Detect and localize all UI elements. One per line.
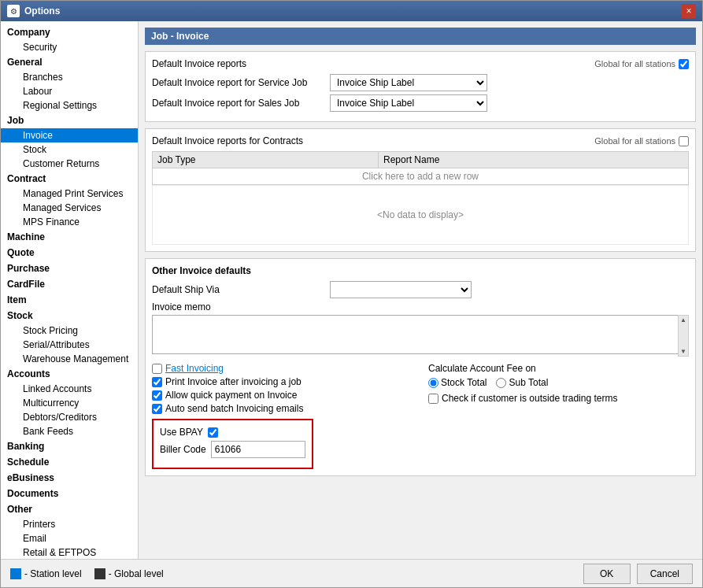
scroll-up-arrow[interactable]: ▲: [679, 316, 688, 324]
sidebar-group-label-other[interactable]: Other: [1, 501, 138, 517]
cancel-button[interactable]: Cancel: [637, 564, 693, 584]
no-data-display: <No data to display>: [152, 185, 689, 245]
global-all-stations-checkbox[interactable]: [679, 59, 689, 69]
sidebar-item-retail[interactable]: Retail & EFTPOS: [1, 545, 138, 559]
sidebar-item-invoice[interactable]: Invoice: [1, 128, 138, 142]
radio-sub-total-label: Sub Total: [509, 377, 548, 388]
sidebar-item-stock-pricing[interactable]: Stock Pricing: [1, 324, 138, 338]
sidebar-group-label-machine[interactable]: Machine: [1, 229, 138, 245]
sidebar-item-stock[interactable]: Stock: [1, 142, 138, 157]
sidebar-group-label-stock2[interactable]: Stock: [1, 308, 138, 324]
service-job-label: Default Invoice report for Service Job: [152, 77, 325, 88]
check-outside-checkbox[interactable]: [428, 394, 438, 404]
sidebar-item-managed-services[interactable]: Managed Services: [1, 201, 138, 215]
memo-scrollbar: ▲ ▼: [678, 315, 689, 357]
print-after-checkbox[interactable]: [152, 377, 162, 387]
sidebar-group-label-ebusiness[interactable]: eBusiness: [1, 470, 138, 486]
fast-invoicing-row: Fast Invoicing: [152, 363, 413, 374]
add-row-prompt[interactable]: Click here to add a new row: [153, 168, 689, 185]
sidebar-group-label-quote[interactable]: Quote: [1, 245, 138, 261]
sidebar-item-email[interactable]: Email: [1, 531, 138, 545]
service-job-select[interactable]: Invoice Ship Label Invoice Ship: [330, 74, 487, 91]
sidebar-group-other: Other Printers Email Retail & EFTPOS: [1, 501, 138, 559]
sales-job-select[interactable]: Invoice Ship Label Invoice Ship: [330, 94, 487, 112]
sidebar-item-managed-print[interactable]: Managed Print Services: [1, 187, 138, 201]
sidebar-group-quote: Quote: [1, 245, 138, 261]
sidebar-group-schedule: Schedule: [1, 454, 138, 470]
sidebar-group-label-accounts[interactable]: Accounts: [1, 366, 138, 382]
sidebar-group-ebusiness: eBusiness: [1, 470, 138, 486]
sidebar-item-debtors[interactable]: Debtors/Creditors: [1, 410, 138, 424]
sidebar-item-branches[interactable]: Branches: [1, 70, 138, 84]
sidebar-group-accounts: Accounts Linked Accounts Multicurrency D…: [1, 366, 138, 438]
sidebar-item-security[interactable]: Security: [1, 40, 138, 54]
sidebar-group-label-cardfile[interactable]: CardFile: [1, 276, 138, 292]
sidebar-group-company: Company Security: [1, 24, 138, 54]
sidebar-group-label-company[interactable]: Company: [1, 24, 138, 40]
station-legend-label: - Station level: [24, 568, 82, 579]
ship-via-row: Default Ship Via: [152, 281, 689, 298]
other-defaults-title: Other Invoice defaults: [152, 265, 689, 276]
station-legend: - Station level: [10, 568, 82, 579]
sidebar-group-label-item[interactable]: Item: [1, 292, 138, 308]
click-to-add-text[interactable]: Click here to add a new row: [153, 168, 689, 185]
global-all-stations-label: Global for all stations: [594, 59, 675, 68]
radio-sub-total: Sub Total: [496, 377, 548, 388]
sidebar-item-mps-finance[interactable]: MPS Finance: [1, 215, 138, 229]
service-job-row: Default Invoice report for Service Job I…: [152, 74, 689, 91]
sidebar-item-regional[interactable]: Regional Settings: [1, 98, 138, 113]
sidebar-item-serial[interactable]: Serial/Attributes: [1, 338, 138, 352]
sidebar-group-label-banking[interactable]: Banking: [1, 438, 138, 454]
sidebar-group-general: General Branches Labour Regional Setting…: [1, 54, 138, 113]
close-button[interactable]: ×: [682, 4, 696, 18]
sidebar-item-customer-returns[interactable]: Customer Returns: [1, 157, 138, 171]
ship-via-select[interactable]: [330, 281, 472, 298]
contracts-global-checkbox[interactable]: [679, 136, 689, 146]
main-window: ⚙ Options × Company Security General Bra…: [0, 0, 703, 588]
ok-button[interactable]: OK: [583, 564, 631, 584]
sidebar-group-stock2: Stock Stock Pricing Serial/Attributes Wa…: [1, 308, 138, 366]
memo-textarea[interactable]: [152, 315, 689, 354]
sidebar-group-label-contract[interactable]: Contract: [1, 171, 138, 187]
sidebar-group-documents: Documents: [1, 486, 138, 501]
contracts-title: Default Invoice reports for Contracts: [152, 135, 303, 146]
sidebar-group-label-documents[interactable]: Documents: [1, 486, 138, 501]
window-title: Options: [24, 6, 60, 17]
scroll-down-arrow[interactable]: ▼: [679, 347, 688, 356]
sidebar-item-bank-feeds[interactable]: Bank Feeds: [1, 424, 138, 438]
memo-wrap: ▲ ▼: [152, 315, 689, 357]
use-bpay-checkbox[interactable]: [208, 427, 218, 438]
sidebar-item-warehouse[interactable]: Warehouse Management: [1, 352, 138, 366]
biller-code-input[interactable]: [211, 441, 305, 458]
col-report-name: Report Name: [379, 152, 689, 168]
auto-send-checkbox[interactable]: [152, 404, 162, 414]
sales-job-row: Default Invoice report for Sales Job Inv…: [152, 94, 689, 112]
fast-invoicing-checkbox[interactable]: [152, 364, 162, 374]
auto-send-label: Auto send batch Invoicing emails: [165, 403, 303, 414]
sidebar: Company Security General Branches Labour…: [1, 21, 139, 559]
sidebar-group-label-job[interactable]: Job: [1, 113, 138, 128]
sidebar-item-linked-accounts[interactable]: Linked Accounts: [1, 382, 138, 396]
checkboxes-and-fee: Fast Invoicing Print Invoice after invoi…: [152, 363, 689, 414]
calculate-fee-label: Calculate Account Fee on: [428, 363, 689, 374]
col-job-type: Job Type: [153, 152, 379, 168]
sidebar-group-label-general[interactable]: General: [1, 54, 138, 70]
sidebar-group-label-purchase[interactable]: Purchase: [1, 261, 138, 276]
allow-quick-checkbox[interactable]: [152, 390, 162, 401]
sidebar-group-contract: Contract Managed Print Services Managed …: [1, 171, 138, 229]
biller-code-label: Biller Code: [160, 444, 206, 455]
biller-code-row: Biller Code: [160, 441, 305, 458]
radio-sub-total-input[interactable]: [496, 378, 506, 388]
section-title: Job - Invoice: [145, 28, 696, 45]
sidebar-group-banking: Banking: [1, 438, 138, 454]
radio-stock-total-input[interactable]: [428, 378, 438, 388]
sidebar-group-label-schedule[interactable]: Schedule: [1, 454, 138, 470]
sidebar-item-multicurrency[interactable]: Multicurrency: [1, 396, 138, 410]
contracts-global-label: Global for all stations: [594, 136, 675, 146]
sidebar-group-cardfile: CardFile: [1, 276, 138, 292]
fast-invoicing-label: Fast Invoicing: [165, 363, 224, 374]
sidebar-item-labour[interactable]: Labour: [1, 84, 138, 98]
fee-col: Calculate Account Fee on Stock Total Sub…: [428, 363, 689, 414]
bottom-right: OK Cancel: [583, 564, 693, 584]
sidebar-item-printers[interactable]: Printers: [1, 517, 138, 531]
